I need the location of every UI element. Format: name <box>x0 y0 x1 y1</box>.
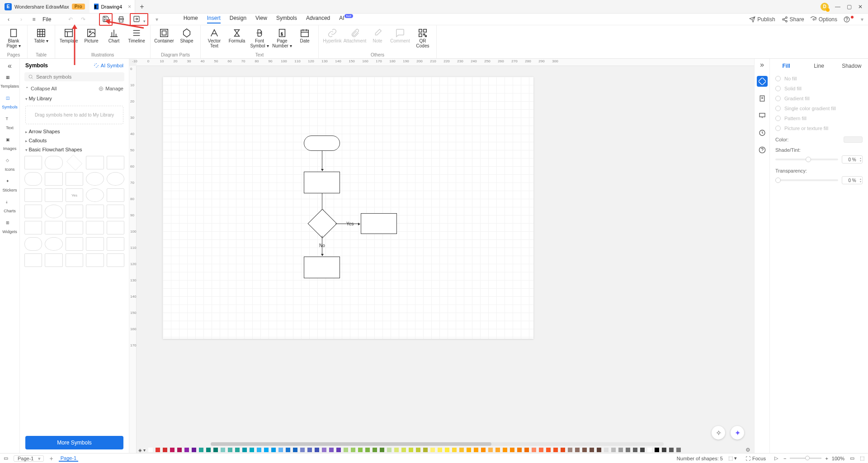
share-button[interactable]: Share <box>782 16 804 23</box>
symbol-cell[interactable] <box>45 221 62 234</box>
palette-color[interactable] <box>401 448 406 452</box>
ribbon-timeline[interactable]: Timeline <box>126 27 147 44</box>
save-button-highlighted[interactable] <box>99 13 113 26</box>
close-tab-icon[interactable]: × <box>128 4 131 10</box>
symbol-cell[interactable] <box>66 221 83 234</box>
symbol-cell[interactable] <box>45 172 62 186</box>
symbol-cell[interactable] <box>86 221 104 234</box>
palette-color[interactable] <box>590 448 594 452</box>
palette-color[interactable] <box>546 448 551 452</box>
tab-home[interactable]: Home <box>184 15 198 23</box>
palette-color[interactable] <box>235 448 240 452</box>
minimize-icon[interactable]: — <box>835 4 840 10</box>
palette-color[interactable] <box>452 448 457 452</box>
shape-decision[interactable] <box>307 209 337 238</box>
rail-symbols[interactable]: ◫Symbols <box>0 93 19 112</box>
focus-button[interactable]: ⛶ Focus <box>742 455 769 462</box>
symbol-cell[interactable] <box>86 172 104 186</box>
shape-process-right[interactable] <box>361 213 397 234</box>
right-tab-present[interactable] <box>757 110 768 121</box>
palette-color[interactable] <box>148 448 153 452</box>
symbol-cell[interactable] <box>66 154 82 170</box>
transparency-slider[interactable] <box>775 179 838 181</box>
symbol-cell[interactable] <box>86 253 104 267</box>
ribbon-container[interactable]: Container <box>153 27 175 44</box>
fill-option-pattern-fill[interactable]: Pattern fill <box>775 116 863 121</box>
palette-color[interactable] <box>517 448 522 452</box>
new-tab-button[interactable]: + <box>135 3 149 11</box>
rail-widgets[interactable]: ⊞Widgets <box>0 218 19 237</box>
redo-icon[interactable]: ↷ <box>79 15 87 23</box>
palette-color[interactable] <box>611 448 616 452</box>
fill-option-no-fill[interactable]: No fill <box>775 76 863 81</box>
palette-color[interactable] <box>597 448 601 452</box>
ai-symbol-button[interactable]: AI Symbol <box>94 63 123 68</box>
symbol-cell[interactable] <box>107 221 124 234</box>
rail-stickers[interactable]: ✦Stickers <box>0 176 19 195</box>
back-icon[interactable]: ‹ <box>5 15 13 23</box>
chevron-down-icon[interactable]: ▾ <box>861 16 863 23</box>
export-button-highlighted[interactable]: ▾ <box>130 13 148 26</box>
symbol-cell[interactable] <box>66 172 83 186</box>
ribbon-date[interactable]: Date <box>294 27 316 44</box>
palette-color[interactable] <box>177 448 182 452</box>
more-symbols-button[interactable]: More Symbols <box>25 436 123 449</box>
palette-color[interactable] <box>184 448 189 452</box>
my-library-dropzone[interactable]: Drag symbols here to add to My Library <box>25 106 123 124</box>
symbol-cell[interactable] <box>24 253 42 267</box>
palette-color[interactable] <box>192 448 196 452</box>
palette-color[interactable] <box>387 448 392 452</box>
tab-design[interactable]: Design <box>230 15 246 23</box>
symbol-cell[interactable] <box>24 156 42 169</box>
ai-float-button[interactable]: ✦ <box>731 426 744 440</box>
palette-color[interactable] <box>481 448 486 452</box>
shape-terminator[interactable] <box>304 136 340 151</box>
close-window-icon[interactable]: ✕ <box>858 4 863 10</box>
symbol-cell[interactable] <box>24 172 42 186</box>
add-page-button[interactable]: + <box>49 455 53 462</box>
horizontal-scrollbar[interactable] <box>211 442 664 446</box>
ribbon-shape[interactable]: Shape <box>176 27 198 44</box>
section-my-library[interactable]: My Library <box>20 94 129 103</box>
palette-color[interactable] <box>539 448 543 452</box>
palette-color[interactable] <box>416 448 420 452</box>
palette-color[interactable] <box>669 448 674 452</box>
ribbon-blank-page[interactable]: BlankPage ▾ <box>3 27 24 48</box>
palette-color[interactable] <box>510 448 514 452</box>
rail-text[interactable]: TText <box>0 114 19 133</box>
symbol-cell[interactable] <box>107 237 124 251</box>
ribbon-table[interactable]: Table ▾ <box>30 27 52 44</box>
section-basic-flowchart[interactable]: Basic Flowchart Shapes <box>20 145 129 154</box>
symbol-cell[interactable] <box>107 188 124 202</box>
symbol-cell[interactable] <box>86 156 104 169</box>
ribbon-font-symbol[interactable]: FontSymbol ▾ <box>249 27 270 48</box>
palette-color[interactable] <box>156 448 160 452</box>
symbol-cell[interactable] <box>45 205 62 218</box>
right-tab-history[interactable] <box>757 127 768 138</box>
shape-process-2[interactable] <box>304 257 340 278</box>
palette-color[interactable] <box>293 448 297 452</box>
palette-color[interactable] <box>423 448 428 452</box>
palette-color[interactable] <box>568 448 572 452</box>
palette-picker-icon[interactable]: ◈ ▾ <box>138 448 146 453</box>
tab-ai[interactable]: AIhot <box>339 15 353 23</box>
palette-color[interactable] <box>655 448 659 452</box>
connector[interactable] <box>322 151 322 171</box>
palette-color[interactable] <box>380 448 384 452</box>
print-icon[interactable] <box>117 15 125 23</box>
publish-button[interactable]: Publish <box>749 16 775 23</box>
palette-color[interactable] <box>524 448 529 452</box>
palette-color[interactable] <box>199 448 203 452</box>
palette-color[interactable] <box>575 448 580 452</box>
palette-color[interactable] <box>503 448 507 452</box>
layers-icon[interactable]: ⬚ ▾ <box>728 455 737 461</box>
fill-option-solid-fill[interactable]: Solid fill <box>775 86 863 91</box>
file-menu[interactable]: File <box>42 16 51 23</box>
right-tab-page[interactable] <box>757 93 768 104</box>
palette-color[interactable] <box>445 448 449 452</box>
fill-option-gradient-fill[interactable]: Gradient fill <box>775 96 863 101</box>
symbol-cell[interactable] <box>45 156 62 169</box>
palette-color[interactable] <box>438 448 442 452</box>
more-quick-icon[interactable]: ▾ <box>153 15 161 23</box>
palette-color[interactable] <box>250 448 254 452</box>
